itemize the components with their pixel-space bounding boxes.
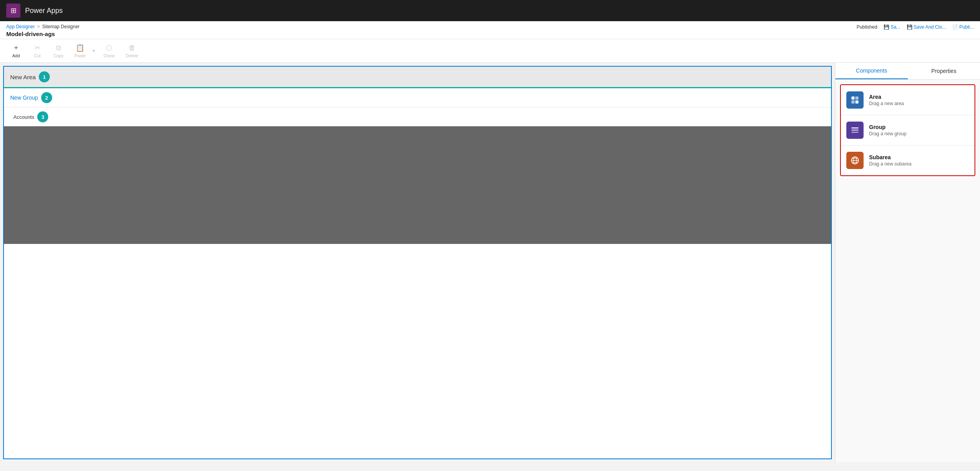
breadcrumb: App Designer > Sitemap Designer — [6, 24, 80, 29]
waffle-icon: ⊞ — [11, 6, 16, 15]
cut-icon: ✂ — [34, 44, 40, 52]
group-label: New Group — [10, 95, 38, 101]
right-panel: Components Properties Area — [835, 63, 980, 462]
main-content: New Area 1 New Group 2 Accounts 3 Compon… — [0, 63, 980, 462]
breadcrumb-separator: > — [37, 24, 40, 29]
publish-button[interactable]: 📄 Publi... — [952, 24, 974, 30]
svg-rect-1 — [855, 96, 858, 100]
group-component-title: Group — [869, 124, 906, 130]
area-badge: 1 — [39, 71, 50, 82]
panel-tabs: Components Properties — [835, 63, 980, 80]
components-highlighted-box: Area Drag a new area Group — [840, 84, 975, 176]
paste-group: 📋 Paste ▼ — [70, 41, 97, 60]
svg-rect-2 — [851, 100, 855, 104]
area-row[interactable]: New Area 1 — [4, 67, 831, 88]
area-component-info: Area Drag a new area — [869, 94, 904, 106]
svg-rect-0 — [851, 96, 855, 100]
save-button[interactable]: 💾 Sa... — [884, 24, 900, 30]
app-designer-link[interactable]: App Designer — [6, 24, 35, 29]
svg-rect-5 — [851, 130, 858, 131]
sitemap-canvas: New Area 1 New Group 2 Accounts 3 — [3, 66, 832, 459]
add-button[interactable]: + Add — [6, 42, 26, 60]
subarea-component-title: Subarea — [869, 154, 911, 160]
tab-components[interactable]: Components — [835, 63, 908, 79]
component-card-group[interactable]: Group Drag a new group — [841, 115, 975, 145]
components-panel: Area Drag a new area Group — [835, 80, 980, 181]
toolbar: + Add ✂ Cut ⧉ Copy 📋 Paste ▼ ⬡ Clone 🗑 D… — [0, 39, 980, 63]
clone-icon: ⬡ — [106, 44, 112, 52]
group-component-desc: Drag a new group — [869, 131, 906, 136]
copy-button[interactable]: ⧉ Copy — [49, 42, 68, 60]
published-status: Published — [857, 24, 877, 30]
publish-icon: 📄 — [952, 24, 958, 30]
area-component-title: Area — [869, 94, 904, 100]
component-card-area[interactable]: Area Drag a new area — [841, 85, 975, 115]
save-icon: 💾 — [884, 24, 889, 30]
waffle-menu-button[interactable]: ⊞ — [6, 4, 20, 18]
svg-rect-3 — [855, 100, 858, 104]
top-right-actions: Published 💾 Sa... 💾 Save And Clo... 📄 Pu… — [857, 24, 974, 30]
page-title: Model-driven-ags — [6, 31, 55, 37]
tab-properties[interactable]: Properties — [908, 63, 980, 79]
group-component-info: Group Drag a new group — [869, 124, 906, 136]
add-icon: + — [14, 44, 18, 52]
copy-icon: ⧉ — [56, 44, 61, 52]
delete-button[interactable]: 🗑 Delete — [121, 42, 143, 60]
paste-button[interactable]: 📋 Paste — [70, 41, 90, 60]
subarea-component-icon — [846, 152, 864, 169]
canvas-grey-area — [4, 126, 831, 244]
subarea-component-desc: Drag a new subarea — [869, 161, 911, 167]
group-component-icon — [846, 122, 864, 139]
paste-dropdown-button[interactable]: ▼ — [90, 46, 97, 55]
save-close-button[interactable]: 💾 Save And Clo... — [907, 24, 946, 30]
subarea-label: Accounts — [13, 114, 34, 120]
paste-icon: 📋 — [76, 44, 84, 52]
cut-button[interactable]: ✂ Cut — [27, 41, 47, 60]
chevron-down-icon: ▼ — [92, 49, 96, 53]
subarea-component-info: Subarea Drag a new subarea — [869, 154, 911, 167]
component-card-subarea[interactable]: Subarea Drag a new subarea — [841, 145, 975, 175]
clone-button[interactable]: ⬡ Clone — [99, 41, 120, 60]
delete-icon: 🗑 — [129, 44, 136, 52]
group-row[interactable]: New Group 2 — [4, 88, 831, 107]
breadcrumb-bar: App Designer > Sitemap Designer Publishe… — [0, 21, 980, 39]
group-badge: 2 — [41, 92, 52, 103]
subarea-badge: 3 — [37, 111, 48, 122]
canvas: New Area 1 New Group 2 Accounts 3 — [0, 63, 835, 462]
save-close-icon: 💾 — [907, 24, 913, 30]
svg-rect-4 — [851, 127, 858, 129]
sitemap-designer-label: Sitemap Designer — [42, 24, 80, 29]
area-label: New Area — [10, 74, 36, 80]
area-component-icon — [846, 91, 864, 109]
area-component-desc: Drag a new area — [869, 101, 904, 106]
svg-rect-6 — [851, 132, 858, 133]
app-title: Power Apps — [25, 7, 63, 15]
subarea-row[interactable]: Accounts 3 — [4, 107, 831, 126]
topbar: ⊞ Power Apps — [0, 0, 980, 21]
